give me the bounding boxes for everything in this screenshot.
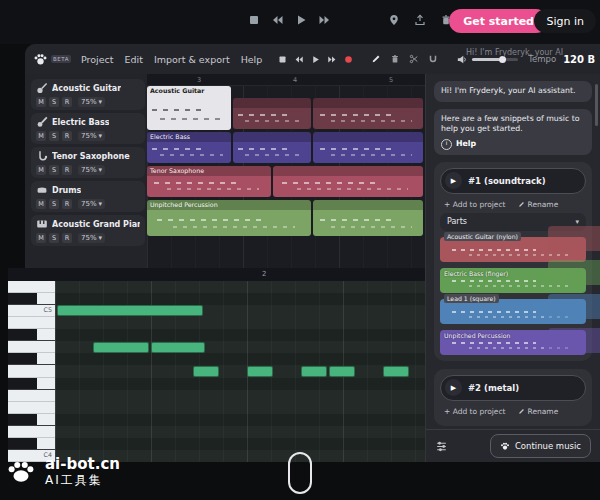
play-icon[interactable]: ▶: [445, 172, 462, 189]
help-link[interactable]: i Help: [441, 139, 585, 150]
midi-note[interactable]: [301, 366, 327, 377]
chevron-down-icon: ▾: [99, 98, 103, 106]
piano-key[interactable]: [8, 353, 55, 365]
play-icon[interactable]: [311, 55, 320, 64]
arm-record-button[interactable]: R: [62, 199, 72, 209]
clip-electric-bass[interactable]: [233, 132, 311, 163]
midi-note[interactable]: [193, 366, 219, 377]
menu-project[interactable]: Project: [81, 54, 114, 65]
upload-icon[interactable]: [414, 14, 426, 26]
track-volume-value: 75%: [81, 132, 97, 140]
trash-icon[interactable]: [390, 54, 400, 64]
snippet-1-play-pill[interactable]: ▶ #1 (soundtrack): [440, 168, 586, 194]
piano-key[interactable]: [8, 390, 55, 402]
piano-keys[interactable]: C5C4: [8, 281, 55, 462]
clip-tenor-saxophone[interactable]: [273, 166, 423, 197]
menu-edit[interactable]: Edit: [124, 54, 142, 65]
snippet-2-play-pill[interactable]: ▶ #2 (metal): [440, 375, 586, 401]
midi-note[interactable]: [93, 342, 149, 353]
pencil-icon[interactable]: [371, 54, 381, 64]
arm-record-button[interactable]: R: [62, 131, 72, 141]
solo-button[interactable]: S: [49, 131, 59, 141]
panel-scrollbar[interactable]: [595, 84, 598, 126]
piano-key[interactable]: [8, 293, 55, 305]
rewind-icon[interactable]: [271, 14, 284, 26]
piano-roll-grid[interactable]: [55, 281, 425, 462]
clip-acoustic-guitar[interactable]: [233, 98, 311, 129]
clip-acoustic-guitar[interactable]: [313, 98, 423, 129]
clip-acoustic-guitar-selected[interactable]: Acoustic Guitar: [147, 86, 231, 130]
piano-key[interactable]: [8, 414, 55, 426]
record-icon[interactable]: [344, 55, 353, 64]
solo-button[interactable]: S: [49, 165, 59, 175]
track-volume[interactable]: 75% ▾: [78, 97, 105, 107]
sliders-icon[interactable]: [435, 440, 448, 453]
clip-tenor-saxophone[interactable]: Tenor Saxophone: [147, 166, 271, 197]
solo-button[interactable]: S: [49, 233, 59, 243]
track-volume[interactable]: 75% ▾: [78, 199, 105, 209]
arm-record-button[interactable]: R: [62, 165, 72, 175]
pin-icon[interactable]: [388, 14, 400, 26]
menu-import-export[interactable]: Import & export: [154, 54, 230, 65]
piano-key[interactable]: C5: [8, 305, 55, 317]
track-acoustic-guitar[interactable]: Acoustic Guitar M S R 75% ▾: [31, 79, 145, 110]
sign-in-button[interactable]: Sign in: [534, 9, 596, 33]
track-tenor-saxophone[interactable]: Tenor Saxophone M S R 75% ▾: [31, 147, 145, 178]
track-volume[interactable]: 75% ▾: [78, 165, 105, 175]
magnet-icon[interactable]: [428, 54, 438, 64]
volume-slider[interactable]: [472, 58, 518, 61]
volume-slider-fill: [472, 58, 500, 61]
arm-record-button[interactable]: R: [62, 233, 72, 243]
piano-key[interactable]: [8, 438, 55, 450]
solo-button[interactable]: S: [49, 97, 59, 107]
piano-roll-ruler[interactable]: 2: [8, 268, 425, 282]
clip-electric-bass[interactable]: [313, 132, 423, 163]
track-acoustic-grand-piano[interactable]: Acoustic Grand Piano M S R 75% ▾: [31, 215, 145, 246]
stop-icon[interactable]: [248, 14, 260, 26]
midi-note[interactable]: [151, 342, 205, 353]
piano-key[interactable]: [8, 317, 55, 329]
play-icon[interactable]: [295, 14, 307, 26]
forward-icon[interactable]: [327, 55, 337, 64]
forward-icon[interactable]: [318, 14, 331, 26]
get-started-button[interactable]: Get started: [449, 9, 548, 33]
mute-button[interactable]: M: [36, 233, 46, 243]
stop-icon[interactable]: [278, 55, 287, 64]
clip-unpitched-percussion[interactable]: Unpitched Percussion: [147, 200, 311, 236]
menu-help[interactable]: Help: [241, 54, 263, 65]
piano-key[interactable]: [8, 281, 55, 293]
clip-unpitched-percussion[interactable]: [313, 200, 423, 236]
clip-electric-bass[interactable]: Electric Bass: [147, 132, 231, 163]
clips-area[interactable]: Acoustic Guitar Electric Bass Tenor Saxo…: [147, 86, 425, 286]
piano-key[interactable]: [8, 365, 55, 377]
midi-note[interactable]: [57, 305, 203, 316]
add-to-project-button[interactable]: + Add to project: [444, 407, 506, 416]
mute-button[interactable]: M: [36, 131, 46, 141]
piano-key[interactable]: [8, 378, 55, 390]
rename-button[interactable]: Rename: [518, 200, 559, 209]
arm-record-button[interactable]: R: [62, 97, 72, 107]
scissors-icon[interactable]: [409, 54, 419, 64]
track-volume[interactable]: 75% ▾: [78, 233, 105, 243]
mute-button[interactable]: M: [36, 165, 46, 175]
timeline-ruler[interactable]: 3 4 5: [147, 74, 425, 86]
play-icon[interactable]: ▶: [445, 379, 462, 396]
solo-button[interactable]: S: [49, 199, 59, 209]
midi-note[interactable]: [247, 366, 273, 377]
mute-button[interactable]: M: [36, 97, 46, 107]
continue-music-button[interactable]: Continue music: [490, 434, 591, 458]
mute-button[interactable]: M: [36, 199, 46, 209]
piano-key[interactable]: [8, 341, 55, 353]
piano-key[interactable]: [8, 329, 55, 341]
midi-note[interactable]: [383, 366, 409, 377]
rewind-icon[interactable]: [294, 55, 304, 64]
add-to-project-button[interactable]: + Add to project: [444, 200, 506, 209]
piano-key[interactable]: [8, 402, 55, 414]
app-logo[interactable]: BETA: [33, 52, 71, 66]
midi-note[interactable]: [329, 366, 355, 377]
rename-button[interactable]: Rename: [518, 407, 559, 416]
track-volume[interactable]: 75% ▾: [78, 131, 105, 141]
track-electric-bass[interactable]: Electric Bass M S R 75% ▾: [31, 113, 145, 144]
track-drums[interactable]: Drums M S R 75% ▾: [31, 181, 145, 212]
piano-key[interactable]: [8, 426, 55, 438]
